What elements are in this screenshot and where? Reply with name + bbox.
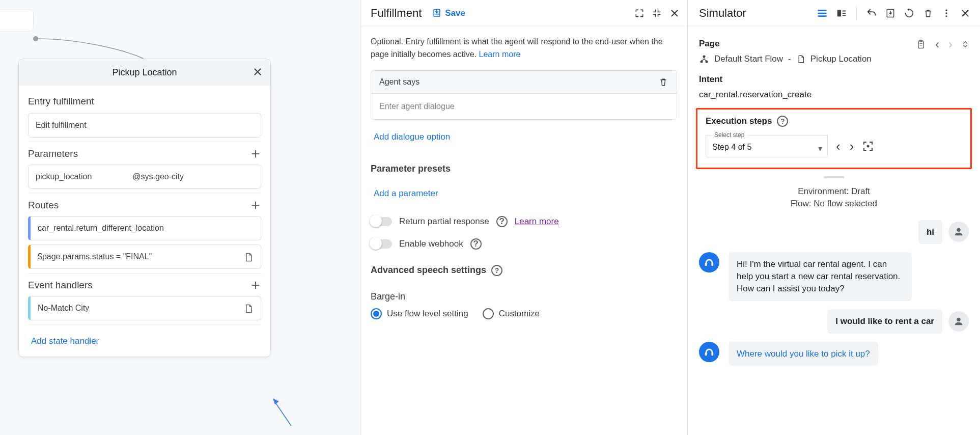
close-icon[interactable] bbox=[669, 8, 680, 19]
fulfillment-title: Fulfillment bbox=[371, 7, 422, 20]
agent-message: Hi! I'm the virtual car rental agent. I … bbox=[729, 252, 912, 301]
step-select-value: Step 4 of 5 bbox=[712, 143, 751, 151]
svg-point-6 bbox=[945, 12, 947, 14]
customize-radio[interactable]: Customize bbox=[483, 308, 540, 319]
use-flow-level-radio[interactable]: Use flow level setting bbox=[371, 308, 468, 319]
agent-avatar-icon bbox=[699, 252, 719, 273]
event-handler-item[interactable]: No-Match City bbox=[28, 296, 261, 320]
add-dialogue-option-link[interactable]: Add dialogue option bbox=[371, 128, 453, 146]
route-condition-label: $page.params.status = "FINAL" bbox=[38, 252, 152, 261]
clipboard-icon[interactable] bbox=[916, 39, 926, 49]
route-intent-item[interactable]: car_rental.return_different_location bbox=[28, 216, 261, 240]
learn-more-link[interactable]: Learn more bbox=[479, 50, 521, 59]
delete-icon[interactable] bbox=[921, 6, 935, 20]
download-icon[interactable] bbox=[883, 6, 898, 20]
step-select-legend: Select step bbox=[711, 131, 747, 139]
undo-icon[interactable] bbox=[864, 6, 879, 21]
agent-says-box: Agent says bbox=[371, 70, 677, 120]
route-intent-label: car_rental.return_different_location bbox=[38, 224, 164, 232]
param-entity: @sys.geo-city bbox=[132, 172, 184, 181]
svg-point-14 bbox=[957, 228, 960, 232]
more-icon[interactable] bbox=[939, 6, 954, 20]
svg-point-7 bbox=[945, 15, 947, 17]
chat-user-turn: hi bbox=[699, 220, 969, 244]
learn-more-link[interactable]: Learn more bbox=[515, 216, 559, 227]
close-icon[interactable] bbox=[252, 66, 263, 77]
enable-webhook-toggle[interactable] bbox=[371, 239, 392, 249]
collapse-icon[interactable] bbox=[962, 41, 969, 48]
exit-fullscreen-icon[interactable] bbox=[652, 8, 662, 18]
chat-user-turn: I would like to rent a car bbox=[699, 309, 969, 334]
help-icon[interactable]: ? bbox=[496, 216, 508, 227]
parameter-presets-title: Parameter presets bbox=[371, 164, 677, 174]
svg-rect-15 bbox=[705, 263, 707, 266]
agent-message: Where would you like to pick it up? bbox=[729, 342, 878, 366]
chat-agent-turn: Where would you like to pick it up? bbox=[699, 342, 969, 366]
caret-down-icon: ▾ bbox=[818, 144, 822, 153]
routes-title: Routes bbox=[28, 200, 59, 211]
focus-icon[interactable] bbox=[862, 140, 874, 152]
return-partial-toggle[interactable] bbox=[371, 217, 392, 226]
edit-fulfillment-item[interactable]: Edit fulfillment bbox=[28, 113, 261, 138]
execution-steps-label: Execution steps bbox=[706, 116, 772, 126]
page-icon bbox=[243, 252, 254, 262]
page-icon bbox=[796, 55, 805, 64]
radio-selected-icon bbox=[371, 308, 382, 319]
help-icon[interactable]: ? bbox=[470, 238, 482, 250]
add-parameter-link[interactable]: Add a parameter bbox=[371, 184, 441, 203]
fulfillment-description: Optional. Entry fulfillment is what the … bbox=[371, 36, 677, 61]
route-condition-item[interactable]: $page.params.status = "FINAL" bbox=[28, 244, 261, 269]
add-route-icon[interactable] bbox=[250, 200, 261, 211]
intent-name: car_rental.reservation_create bbox=[699, 90, 969, 100]
svg-rect-3 bbox=[837, 10, 841, 16]
next-turn-icon[interactable]: › bbox=[948, 37, 953, 51]
step-select[interactable]: Select step Step 4 of 5 ▾ bbox=[706, 135, 828, 157]
svg-rect-19 bbox=[712, 352, 714, 355]
add-state-handler-link[interactable]: Add state handler bbox=[28, 332, 102, 350]
advanced-speech-title: Advanced speech settings bbox=[371, 265, 486, 276]
execution-steps-highlight: Execution steps ? Select step Step 4 of … bbox=[696, 108, 972, 169]
chat-log: hi Hi! I'm the virtual car rental agent.… bbox=[699, 220, 969, 366]
parameter-item[interactable]: pickup_location @sys.geo-city bbox=[28, 165, 261, 189]
reset-icon[interactable] bbox=[902, 6, 917, 21]
svg-point-17 bbox=[957, 317, 960, 321]
help-icon[interactable]: ? bbox=[491, 265, 502, 276]
page-card: Pickup Location Entry fulfillment Edit f… bbox=[18, 59, 271, 357]
save-button[interactable]: Save bbox=[432, 8, 465, 18]
svg-point-0 bbox=[33, 36, 38, 41]
user-message: I would like to rent a car bbox=[827, 309, 942, 334]
event-handlers-title: Event handlers bbox=[28, 280, 93, 291]
save-icon bbox=[432, 8, 442, 18]
svg-rect-16 bbox=[712, 263, 714, 266]
svg-point-13 bbox=[867, 145, 870, 148]
fullscreen-icon[interactable] bbox=[634, 8, 645, 18]
add-parameter-icon[interactable] bbox=[250, 148, 261, 159]
delete-icon[interactable] bbox=[658, 77, 668, 87]
user-avatar-icon bbox=[948, 222, 969, 242]
drag-handle[interactable] bbox=[824, 176, 844, 178]
start-node-stub[interactable] bbox=[0, 9, 34, 32]
breadcrumb: Default Start Flow - Pickup Location bbox=[699, 54, 969, 64]
simulator-title: Simulator bbox=[699, 7, 746, 20]
step-prev-icon[interactable]: ‹ bbox=[835, 139, 842, 154]
add-event-handler-icon[interactable] bbox=[250, 280, 261, 291]
page-title: Pickup Location bbox=[112, 67, 177, 78]
help-icon[interactable]: ? bbox=[777, 116, 788, 127]
list-view-icon[interactable] bbox=[815, 6, 830, 21]
chat-agent-turn: Hi! I'm the virtual car rental agent. I … bbox=[699, 252, 969, 301]
prev-turn-icon[interactable]: ‹ bbox=[935, 37, 939, 51]
split-view-icon[interactable] bbox=[834, 6, 849, 21]
event-handler-label: No-Match City bbox=[38, 304, 89, 312]
fulfillment-panel: Fulfillment Save Optional. Entry fulfill… bbox=[360, 0, 687, 435]
edit-fulfillment-label: Edit fulfillment bbox=[36, 121, 87, 129]
svg-rect-18 bbox=[705, 352, 707, 355]
flow-canvas[interactable]: Pickup Location Entry fulfillment Edit f… bbox=[0, 0, 357, 435]
step-next-icon[interactable]: › bbox=[849, 139, 855, 154]
agent-dialogue-input[interactable] bbox=[371, 94, 677, 119]
flow-icon bbox=[699, 54, 709, 64]
agent-avatar-icon bbox=[699, 342, 719, 362]
svg-point-5 bbox=[945, 9, 947, 11]
intent-label: Intent bbox=[699, 74, 969, 85]
barge-in-title: Barge-in bbox=[371, 291, 677, 302]
close-icon[interactable] bbox=[958, 6, 973, 21]
